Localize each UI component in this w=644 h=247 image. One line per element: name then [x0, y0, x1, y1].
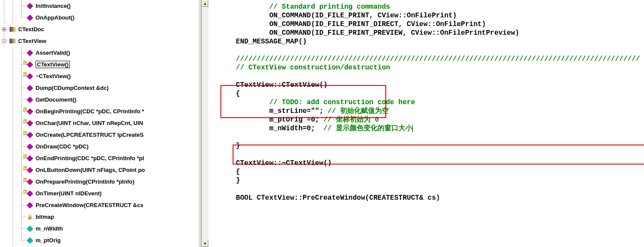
expand-icon[interactable]: + — [2, 27, 6, 31]
tree-item-label: m_ptOrig — [36, 237, 61, 244]
code-line[interactable]: BOOL CTextView::PreCreateWindow(CREATEST… — [211, 194, 644, 202]
tree-item-method[interactable]: ⚿OnBeginPrinting(CDC *pDC, CPrintInfo * — [0, 105, 199, 117]
tree-item-label: OnTimer(UINT nIDEvent) — [36, 190, 102, 197]
class-icon — [9, 38, 16, 45]
code-line[interactable]: ON_COMMAND(ID_FILE_PRINT_PREVIEW, CView:… — [211, 29, 644, 37]
code-text: { — [236, 168, 240, 176]
code-text: CTextView::~CTextView() — [236, 159, 332, 167]
tree-item-method[interactable]: ⚿CTextView() — [0, 59, 199, 70]
code-line[interactable]: // CTextView construction/destruction — [211, 63, 644, 72]
tree-item-class[interactable]: -CTextView — [0, 35, 199, 47]
code-line[interactable]: ON_COMMAND(ID_FILE_PRINT, CView::OnFileP… — [211, 11, 644, 20]
code-line[interactable]: CTextView::CTextView() — [211, 81, 644, 89]
method-icon — [26, 85, 34, 92]
code-comment: // TODO: add construction code here — [269, 99, 415, 106]
tree-item-method[interactable]: ⚿OnCreate(LPCREATESTRUCT lpCreateS — [0, 129, 199, 141]
code-line[interactable] — [211, 72, 644, 81]
protected-key-icon: ⚿ — [23, 154, 27, 158]
code-line[interactable] — [211, 46, 644, 55]
tree-item-method[interactable]: GetDocument() — [0, 94, 199, 105]
code-line[interactable]: CTextView::~CTextView() — [211, 159, 644, 168]
code-comment: // 初始化赋值为空 — [328, 107, 389, 115]
code-line[interactable] — [211, 133, 644, 142]
method-icon — [26, 3, 34, 10]
tree-item-label: OnPreparePrinting(CPrintInfo *pInfo) — [36, 178, 135, 185]
protected-key-icon: ⚿ — [23, 72, 27, 76]
code-text: ON_COMMAND(ID_FILE_PRINT, CView::OnFileP… — [269, 12, 457, 20]
code-editor[interactable]: // Standard printing commands ON_COMMAND… — [208, 0, 644, 247]
tree-item-method[interactable]: ⚿OnTimer(UINT nIDEvent) — [0, 188, 199, 199]
tree-item-member[interactable]: m_ptOrig — [0, 234, 199, 246]
method-icon: ⚿ — [26, 120, 34, 127]
text-cursor — [412, 125, 413, 132]
tree-item-method[interactable]: ⚿OnPreparePrinting(CPrintInfo *pInfo) — [0, 176, 199, 188]
tree-item-label: OnLButtonDown(UINT nFlags, CPoint po — [36, 167, 145, 173]
tree-item-method[interactable]: PreCreateWindow(CREATESTRUCT &cs — [0, 199, 199, 211]
code-text: { — [236, 90, 240, 98]
code-comment: // 坐标初始为 0 — [323, 116, 379, 124]
tree-item-method[interactable]: ⚿OnChar(UINT nChar, UINT nRepCnt, UIN — [0, 117, 199, 129]
protected-key-icon: ⚿ — [23, 60, 27, 65]
scroll-down-button[interactable]: ▼ — [202, 240, 208, 247]
code-comment: ////////////////////////////////////////… — [236, 55, 640, 63]
code-comment: // Standard printing commands — [269, 3, 390, 11]
tree-item-label: GetDocument() — [36, 96, 76, 103]
tree-item-label: AssertValid() — [36, 49, 70, 56]
code-scrollbar[interactable]: ▲ ▼ — [201, 0, 208, 247]
code-text: m_nWidth=0; — [269, 125, 323, 132]
code-line[interactable]: // Standard printing commands — [211, 3, 644, 11]
tree-item-method[interactable]: ⚿~CTextView() — [0, 70, 199, 82]
code-line[interactable]: m_strLine=""; // 初始化赋值为空 — [211, 107, 644, 115]
tree-item-method[interactable]: AssertValid() — [0, 47, 199, 59]
scroll-track[interactable] — [202, 7, 208, 240]
tree-item-method[interactable]: Dump(CDumpContext &dc) — [0, 82, 199, 94]
tree-item-method[interactable]: ⚿OnEndPrinting(CDC *pDC, CPrintInfo *pI — [0, 152, 199, 164]
code-line[interactable]: } — [211, 176, 644, 185]
method-icon: ⚿ — [26, 178, 34, 185]
tree-item-method[interactable]: ⚿OnLButtonDown(UINT nFlags, CPoint po — [0, 164, 199, 176]
code-line[interactable]: { — [211, 89, 644, 98]
code-line[interactable]: ON_COMMAND(ID_FILE_PRINT_DIRECT, CView::… — [211, 20, 644, 29]
tree-item-member[interactable]: 🔒bitmap — [0, 211, 199, 223]
protected-key-icon: ⚿ — [23, 178, 27, 182]
method-icon: ⚿ — [26, 167, 34, 174]
code-line[interactable]: } — [211, 142, 644, 150]
tree-item-label: OnCreate(LPCREATESTRUCT lpCreateS — [36, 132, 144, 138]
protected-key-icon: ⚿ — [23, 166, 27, 170]
method-icon: ⚿ — [26, 132, 34, 138]
collapse-icon[interactable]: - — [2, 39, 6, 43]
tree-item-label: CTextView() — [36, 61, 70, 68]
method-icon: ⚿ — [26, 61, 34, 68]
tree-item-label: OnDraw(CDC *pDC) — [36, 143, 89, 150]
tree-item-label: bitmap — [36, 214, 54, 220]
code-line[interactable]: END_MESSAGE_MAP() — [211, 37, 644, 46]
code-line[interactable]: m_nWidth=0; // 显示颜色变化的窗口大小 — [211, 124, 644, 133]
class-view-tree[interactable]: InitInstance()OnAppAbout()+CTextDoc-CTex… — [0, 0, 199, 247]
code-text: END_MESSAGE_MAP() — [236, 38, 307, 46]
tree-item-label: Dump(CDumpContext &dc) — [36, 85, 108, 91]
tree-item-label: OnAppAbout() — [36, 14, 75, 21]
code-line[interactable] — [211, 185, 644, 194]
method-icon — [26, 202, 34, 209]
code-line[interactable]: ////////////////////////////////////////… — [211, 55, 644, 63]
tree-item-method[interactable]: OnAppAbout() — [0, 12, 199, 23]
tree-item-label: CTextView — [18, 38, 46, 44]
tree-item-class[interactable]: +CTextDoc — [0, 23, 199, 35]
code-text: m_ptOrig =0; — [269, 116, 323, 124]
scroll-up-button[interactable]: ▲ — [202, 0, 208, 7]
tree-item-method[interactable]: OnDraw(CDC *pDC) — [0, 141, 199, 152]
tree-item-member[interactable]: m_nWidth — [0, 223, 199, 234]
method-icon: ⚿ — [26, 73, 34, 80]
code-text: m_strLine=""; — [269, 107, 327, 115]
code-line[interactable]: // TODO: add construction code here — [211, 98, 644, 107]
code-text: ON_COMMAND(ID_FILE_PRINT_PREVIEW, CView:… — [269, 29, 519, 37]
tree-item-label: OnEndPrinting(CDC *pDC, CPrintInfo *pI — [36, 155, 144, 161]
code-line[interactable] — [211, 150, 644, 159]
code-line[interactable]: m_ptOrig =0; // 坐标初始为 0 — [211, 115, 644, 124]
tree-item-method[interactable]: InitInstance() — [0, 0, 199, 12]
protected-key-icon: ⚿ — [23, 131, 27, 135]
protected-key-icon: ⚿ — [23, 189, 27, 194]
tree-item-label: PreCreateWindow(CREATESTRUCT &cs — [36, 202, 143, 208]
code-line[interactable]: { — [211, 168, 644, 176]
code-text: CTextView::CTextView() — [236, 81, 328, 89]
